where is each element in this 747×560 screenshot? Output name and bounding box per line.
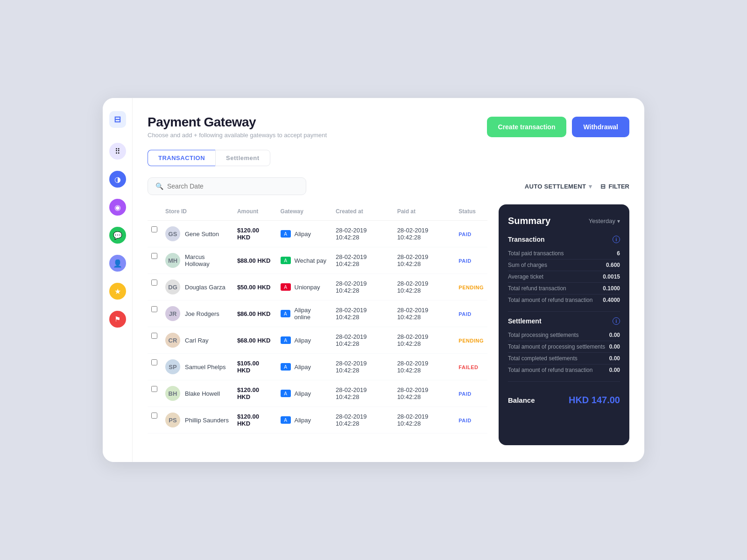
page-header: Payment Gateway Choose and add + followi…	[148, 115, 629, 139]
row-store-id: SP Samuel Phelps	[162, 354, 233, 380]
checkbox-input[interactable]	[151, 359, 157, 365]
col-checkbox	[148, 204, 162, 221]
row-checkbox[interactable]	[148, 247, 162, 265]
status-badge: PENDING	[458, 338, 484, 343]
row-amount: $68.00 HKD	[233, 327, 277, 354]
info-icon-settlement: i	[613, 317, 620, 325]
flag-icon[interactable]: ⚑	[109, 311, 126, 328]
summary-row-label: Total paid transactions	[508, 250, 564, 257]
row-status: PENDING	[455, 274, 487, 301]
summary-row-label: Average ticket	[508, 273, 543, 280]
summary-balance-divider	[508, 381, 620, 382]
table-row[interactable]: DG Douglas Garza $50.00 HKD A Unionpay 2…	[148, 274, 487, 301]
filter-icon: ⊟	[600, 183, 606, 190]
row-amount: $120.00 HKD	[233, 380, 277, 407]
summary-row-value: 0.4000	[603, 297, 620, 303]
table-row[interactable]: GS Gene Sutton $120.00 HKD A Alipay 28-0…	[148, 221, 487, 247]
row-gateway: A Alipay	[277, 221, 332, 247]
gateway-name: Alipay	[295, 231, 311, 238]
row-paid: 28-02-2019 10:42:28	[394, 274, 455, 301]
star-icon[interactable]: ★	[109, 283, 126, 300]
balance-row: Balance HKD 147.00	[508, 395, 620, 406]
message-icon[interactable]: 💬	[109, 227, 126, 244]
summary-row-value: 0.0015	[603, 273, 620, 280]
checkbox-input[interactable]	[151, 253, 157, 259]
row-created: 28-02-2019 10:42:28	[332, 380, 394, 407]
row-checkbox[interactable]	[148, 354, 162, 371]
main-card: ⊟ ⠿ ◑ ◉ 💬 👤 ★ ⚑ Payment Gateway Choose a…	[103, 98, 644, 462]
row-checkbox[interactable]	[148, 274, 162, 291]
summary-row-value: 6	[617, 250, 620, 257]
filter-button[interactable]: ⊟ FILTER	[600, 183, 629, 190]
avatar: PS	[165, 413, 180, 427]
summary-row-label: Total refund transaction	[508, 285, 566, 292]
create-transaction-button[interactable]: Create transaction	[487, 117, 567, 137]
summary-row-value: 0.1000	[603, 285, 620, 292]
header-buttons: Create transaction Withdrawal	[487, 117, 629, 137]
summary-transaction-rows: Total paid transactions 6 Sum of charges…	[508, 248, 620, 306]
col-gateway: Gateway	[277, 204, 332, 221]
col-amount: Amount	[233, 204, 277, 221]
row-gateway: A Alipay	[277, 407, 332, 434]
row-paid: 28-02-2019 10:42:28	[394, 380, 455, 407]
summary-transaction-row: Total refund transaction 0.1000	[508, 283, 620, 294]
avatar: JR	[165, 306, 180, 321]
row-status: PAID	[455, 301, 487, 327]
row-amount: $105.00 HKD	[233, 354, 277, 380]
summary-header: Summary Yesterday ▾	[508, 216, 620, 226]
row-paid: 28-02-2019 10:42:28	[394, 301, 455, 327]
lower-section: Store ID Amount Gateway Created at Paid …	[148, 204, 629, 445]
avatar: GS	[165, 226, 180, 241]
table-row[interactable]: PS Phillip Saunders $120.00 HKD A Alipay…	[148, 407, 487, 434]
status-badge: PAID	[458, 418, 471, 423]
user-name: Blake Howell	[185, 390, 220, 397]
row-created: 28-02-2019 10:42:28	[332, 301, 394, 327]
nodes-icon[interactable]: ⠿	[109, 143, 126, 160]
row-checkbox[interactable]	[148, 380, 162, 398]
checkbox-input[interactable]	[151, 306, 157, 312]
row-store-id: BH Blake Howell	[162, 380, 233, 407]
summary-row-label: Total amount of refund transaction	[508, 297, 592, 303]
auto-settlement-dropdown[interactable]: AUTO SETTLEMENT ▾	[525, 183, 592, 190]
checkbox-input[interactable]	[151, 333, 157, 339]
row-checkbox[interactable]	[148, 221, 162, 238]
tab-transaction[interactable]: TRANSACTION	[148, 150, 215, 166]
search-input[interactable]	[167, 182, 298, 190]
checkbox-input[interactable]	[151, 226, 157, 232]
summary-settlement-row: Total processing settlements 0.00	[508, 329, 620, 341]
chevron-down-icon: ▾	[589, 183, 592, 190]
logo-icon[interactable]: ⊟	[109, 111, 126, 128]
table-row[interactable]: JR Joe Rodgers $86.00 HKD A Alipay onlin…	[148, 301, 487, 327]
row-paid: 28-02-2019 10:42:28	[394, 247, 455, 274]
search-box[interactable]: 🔍	[148, 177, 306, 195]
avatar: MH	[165, 253, 180, 268]
summary-transaction-section: Transaction i	[508, 236, 620, 243]
row-checkbox[interactable]	[148, 407, 162, 424]
balance-value: HKD 147.00	[569, 395, 620, 406]
gateway-icon: A	[281, 336, 291, 344]
summary-period-dropdown[interactable]: Yesterday ▾	[589, 217, 620, 224]
status-badge: PENDING	[458, 285, 484, 290]
checkbox-input[interactable]	[151, 280, 157, 286]
person-icon[interactable]: 👤	[109, 255, 126, 272]
transactions-table: Store ID Amount Gateway Created at Paid …	[148, 204, 487, 434]
summary-panel: Summary Yesterday ▾ Transaction i Total …	[499, 204, 629, 445]
tab-settlement[interactable]: Settlement	[215, 150, 270, 166]
checkbox-input[interactable]	[151, 386, 157, 392]
search-icon: 🔍	[155, 182, 163, 190]
withdrawal-button[interactable]: Withdrawal	[572, 117, 629, 137]
table-row[interactable]: CR Carl Ray $68.00 HKD A Alipay 28-02-20…	[148, 327, 487, 354]
checkbox-input[interactable]	[151, 413, 157, 419]
chart-icon[interactable]: ◑	[109, 171, 126, 188]
row-checkbox[interactable]	[148, 327, 162, 344]
auto-settlement-label: AUTO SETTLEMENT	[525, 183, 586, 190]
radio-icon[interactable]: ◉	[109, 199, 126, 216]
table-row[interactable]: MH Marcus Holloway $88.00 HKD A Wechat p…	[148, 247, 487, 274]
row-store-id: MH Marcus Holloway	[162, 247, 233, 274]
table-row[interactable]: SP Samuel Phelps $105.00 HKD A Alipay 28…	[148, 354, 487, 380]
table-row[interactable]: BH Blake Howell $120.00 HKD A Alipay 28-…	[148, 380, 487, 407]
gateway-icon: A	[281, 390, 291, 397]
summary-title: Summary	[508, 216, 550, 226]
transactions-table-section: Store ID Amount Gateway Created at Paid …	[148, 204, 487, 445]
row-checkbox[interactable]	[148, 301, 162, 318]
